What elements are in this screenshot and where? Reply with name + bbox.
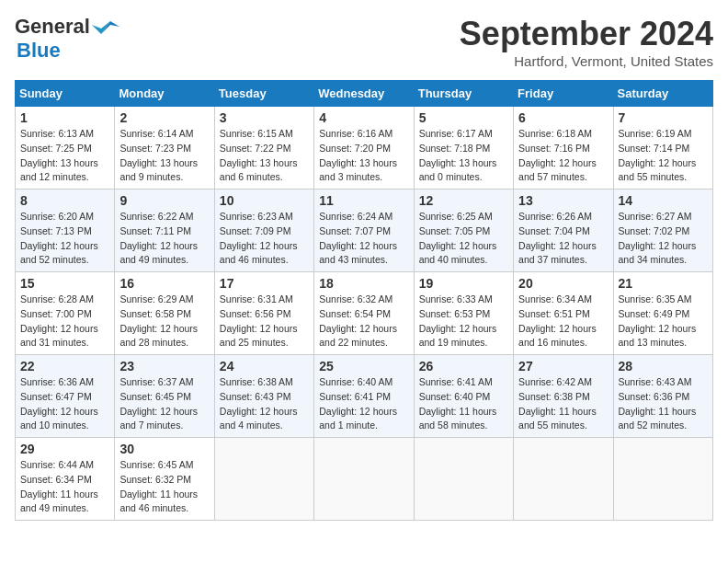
calendar-cell: 30Sunrise: 6:45 AMSunset: 6:32 PMDayligh… [115,438,214,521]
day-number: 29 [20,442,109,456]
calendar-cell [214,438,313,521]
day-number: 12 [419,193,508,208]
day-number: 13 [518,193,608,208]
calendar-week-row: 8Sunrise: 6:20 AMSunset: 7:13 PMDaylight… [16,190,713,272]
calendar-cell: 17Sunrise: 6:31 AMSunset: 6:56 PMDayligh… [214,272,313,355]
day-info: Sunrise: 6:31 AMSunset: 6:56 PMDaylight:… [220,293,309,350]
day-info: Sunrise: 6:23 AMSunset: 7:09 PMDaylight:… [220,210,309,268]
calendar-cell: 18Sunrise: 6:32 AMSunset: 6:54 PMDayligh… [314,272,414,355]
day-info: Sunrise: 6:45 AMSunset: 6:32 PMDaylight:… [119,458,209,516]
day-info: Sunrise: 6:19 AMSunset: 7:14 PMDaylight:… [619,127,708,185]
day-number: 27 [518,359,608,373]
day-info: Sunrise: 6:34 AMSunset: 6:51 PMDaylight:… [518,293,608,350]
header-day-thursday: Thursday [414,81,513,107]
day-number: 23 [119,359,209,373]
calendar-week-row: 22Sunrise: 6:36 AMSunset: 6:47 PMDayligh… [16,355,713,438]
day-info: Sunrise: 6:42 AMSunset: 6:38 PMDaylight:… [518,375,608,433]
logo-general: General [15,15,90,39]
day-info: Sunrise: 6:16 AMSunset: 7:20 PMDaylight:… [319,127,408,185]
day-info: Sunrise: 6:17 AMSunset: 7:18 PMDaylight:… [419,127,508,185]
day-info: Sunrise: 6:36 AMSunset: 6:47 PMDaylight:… [20,375,109,433]
day-number: 5 [419,110,508,125]
header-day-friday: Friday [514,81,613,107]
day-info: Sunrise: 6:27 AMSunset: 7:02 PMDaylight:… [619,210,708,268]
day-number: 10 [220,193,309,208]
day-number: 22 [20,359,109,373]
day-number: 17 [220,276,309,291]
calendar-cell: 3Sunrise: 6:15 AMSunset: 7:22 PMDaylight… [214,107,313,190]
day-number: 28 [619,359,708,373]
day-info: Sunrise: 6:38 AMSunset: 6:43 PMDaylight:… [220,375,309,433]
calendar-cell: 25Sunrise: 6:40 AMSunset: 6:41 PMDayligh… [314,355,414,438]
day-number: 19 [419,276,508,291]
logo-bird-icon [92,17,119,36]
day-number: 15 [20,276,109,291]
calendar-cell: 29Sunrise: 6:44 AMSunset: 6:34 PMDayligh… [16,438,115,521]
day-number: 26 [419,359,508,373]
header-day-saturday: Saturday [613,81,712,107]
day-number: 9 [119,193,209,208]
calendar-cell: 28Sunrise: 6:43 AMSunset: 6:36 PMDayligh… [613,355,712,438]
day-info: Sunrise: 6:24 AMSunset: 7:07 PMDaylight:… [319,210,408,268]
day-info: Sunrise: 6:15 AMSunset: 7:22 PMDaylight:… [220,127,309,185]
day-number: 25 [319,359,408,373]
calendar-cell: 19Sunrise: 6:33 AMSunset: 6:53 PMDayligh… [414,272,513,355]
day-info: Sunrise: 6:35 AMSunset: 6:49 PMDaylight:… [619,293,708,350]
calendar-cell: 21Sunrise: 6:35 AMSunset: 6:49 PMDayligh… [613,272,712,355]
header-day-wednesday: Wednesday [314,81,414,107]
day-number: 8 [20,193,109,208]
calendar-cell: 9Sunrise: 6:22 AMSunset: 7:11 PMDaylight… [115,190,214,272]
day-info: Sunrise: 6:44 AMSunset: 6:34 PMDaylight:… [20,458,109,516]
day-number: 18 [319,276,408,291]
day-number: 11 [319,193,408,208]
calendar-week-row: 15Sunrise: 6:28 AMSunset: 7:00 PMDayligh… [16,272,713,355]
day-number: 30 [119,442,209,456]
calendar-cell: 23Sunrise: 6:37 AMSunset: 6:45 PMDayligh… [115,355,214,438]
day-number: 6 [518,110,608,125]
calendar-cell: 10Sunrise: 6:23 AMSunset: 7:09 PMDayligh… [214,190,313,272]
day-number: 16 [119,276,209,291]
location-title: Hartford, Vermont, United States [460,53,713,69]
calendar-cell: 22Sunrise: 6:36 AMSunset: 6:47 PMDayligh… [16,355,115,438]
calendar-cell: 6Sunrise: 6:18 AMSunset: 7:16 PMDaylight… [514,107,613,190]
day-info: Sunrise: 6:29 AMSunset: 6:58 PMDaylight:… [119,293,209,350]
calendar-cell [514,438,613,521]
calendar-cell [314,438,414,521]
calendar-cell: 2Sunrise: 6:14 AMSunset: 7:23 PMDaylight… [115,107,214,190]
calendar-cell: 26Sunrise: 6:41 AMSunset: 6:40 PMDayligh… [414,355,513,438]
calendar-cell: 16Sunrise: 6:29 AMSunset: 6:58 PMDayligh… [115,272,214,355]
calendar-cell: 13Sunrise: 6:26 AMSunset: 7:04 PMDayligh… [514,190,613,272]
day-info: Sunrise: 6:13 AMSunset: 7:25 PMDaylight:… [20,127,109,185]
header-day-monday: Monday [115,81,214,107]
calendar-cell [613,438,712,521]
calendar-cell: 1Sunrise: 6:13 AMSunset: 7:25 PMDaylight… [16,107,115,190]
calendar-week-row: 29Sunrise: 6:44 AMSunset: 6:34 PMDayligh… [16,438,713,521]
day-number: 2 [119,110,209,125]
day-info: Sunrise: 6:41 AMSunset: 6:40 PMDaylight:… [419,375,508,433]
day-number: 14 [619,193,708,208]
calendar-week-row: 1Sunrise: 6:13 AMSunset: 7:25 PMDaylight… [16,107,713,190]
day-info: Sunrise: 6:25 AMSunset: 7:05 PMDaylight:… [419,210,508,268]
day-info: Sunrise: 6:32 AMSunset: 6:54 PMDaylight:… [319,293,408,350]
calendar-cell: 14Sunrise: 6:27 AMSunset: 7:02 PMDayligh… [613,190,712,272]
calendar-cell: 4Sunrise: 6:16 AMSunset: 7:20 PMDaylight… [314,107,414,190]
calendar-cell: 24Sunrise: 6:38 AMSunset: 6:43 PMDayligh… [214,355,313,438]
month-title: September 2024 [460,15,713,53]
day-number: 3 [220,110,309,125]
day-number: 7 [619,110,708,125]
header-day-sunday: Sunday [16,81,115,107]
calendar-cell: 27Sunrise: 6:42 AMSunset: 6:38 PMDayligh… [514,355,613,438]
calendar-cell: 7Sunrise: 6:19 AMSunset: 7:14 PMDaylight… [613,107,712,190]
day-info: Sunrise: 6:20 AMSunset: 7:13 PMDaylight:… [20,210,109,268]
day-number: 21 [619,276,708,291]
header-day-tuesday: Tuesday [214,81,313,107]
day-info: Sunrise: 6:37 AMSunset: 6:45 PMDaylight:… [119,375,209,433]
day-info: Sunrise: 6:18 AMSunset: 7:16 PMDaylight:… [518,127,608,185]
calendar-cell: 8Sunrise: 6:20 AMSunset: 7:13 PMDaylight… [16,190,115,272]
calendar-cell: 15Sunrise: 6:28 AMSunset: 7:00 PMDayligh… [16,272,115,355]
page-header: General Blue September 2024 Hartford, Ve… [15,15,713,69]
day-info: Sunrise: 6:26 AMSunset: 7:04 PMDaylight:… [518,210,608,268]
calendar-table: SundayMondayTuesdayWednesdayThursdayFrid… [15,80,713,521]
day-number: 20 [518,276,608,291]
title-block: September 2024 Hartford, Vermont, United… [460,15,713,69]
